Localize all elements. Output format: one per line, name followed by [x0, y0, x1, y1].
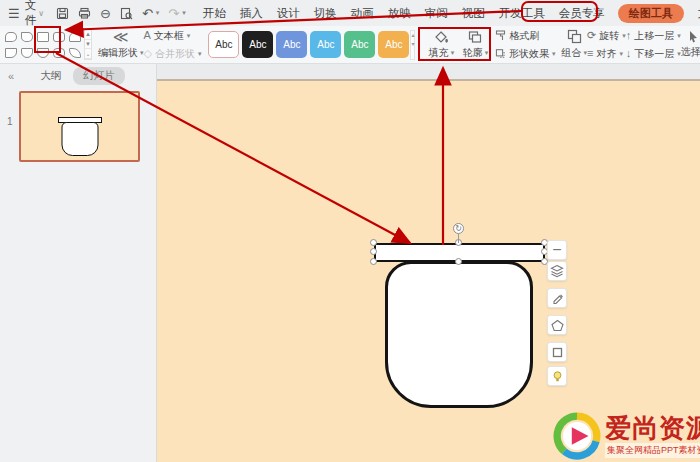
- shape-pentagon[interactable]: [3, 45, 19, 61]
- style-swatch-white[interactable]: Abc: [208, 31, 239, 58]
- tab-transition[interactable]: 切换: [311, 4, 340, 23]
- chevron-down-icon: ▾: [187, 32, 191, 40]
- selection-handle-w[interactable]: [370, 248, 377, 255]
- group-label: 组合: [561, 46, 581, 60]
- tab-design[interactable]: 设计: [274, 4, 303, 23]
- edit-shape-label: 编辑形状: [98, 46, 138, 60]
- watermark-subtitle: 集聚全网精品PPT素材资源的网站: [605, 443, 700, 458]
- undo-dropdown-icon[interactable]: ▾: [156, 9, 160, 17]
- shape-clipped[interactable]: [19, 45, 35, 61]
- format-painter-button[interactable]: 格式刷: [495, 29, 555, 43]
- frame-button[interactable]: [547, 342, 567, 362]
- tab-view[interactable]: 视图: [459, 4, 488, 23]
- align-button[interactable]: ≡ 对齐▾: [587, 47, 626, 61]
- gallery-scroll-up-icon[interactable]: ▲: [85, 30, 91, 40]
- shape-teardrop[interactable]: [3, 29, 19, 45]
- print-icon[interactable]: [78, 7, 91, 20]
- tab-slideshow[interactable]: 放映: [385, 4, 414, 23]
- shape-style-gallery: Abc Abc Abc Abc Abc Abc: [208, 26, 409, 63]
- rotation-handle-stem: [458, 234, 459, 243]
- redo-icon: ↷: [168, 7, 179, 20]
- frame-icon: [551, 346, 564, 359]
- gallery-expand-icon[interactable]: ⌄: [85, 49, 91, 59]
- tab-slides[interactable]: 幻灯片: [73, 67, 125, 85]
- selection-handle-nw[interactable]: [370, 239, 377, 246]
- send-backward-button[interactable]: ↓ 下移一层▾: [626, 47, 681, 61]
- select-button[interactable]: 选择▾: [681, 26, 700, 63]
- selection-handle-s[interactable]: [455, 258, 462, 265]
- outline-button[interactable]: 轮廓▾: [459, 26, 491, 63]
- slide-thumbnail[interactable]: [19, 91, 140, 162]
- undo-icon[interactable]: ↶: [142, 7, 153, 20]
- save-icon[interactable]: [56, 7, 69, 20]
- style-swatch-black[interactable]: Abc: [242, 31, 273, 58]
- hamburger-icon[interactable]: ☰: [8, 6, 20, 21]
- tips-button[interactable]: [547, 366, 567, 386]
- rotate-icon: ⟳: [587, 30, 596, 41]
- slide-number: 1: [7, 116, 13, 127]
- rotation-handle[interactable]: ↻: [453, 223, 464, 234]
- outline-frame-icon: [468, 30, 482, 44]
- paint-bucket-icon: [434, 30, 448, 44]
- rotate-button[interactable]: ⟳ 旋转▾: [587, 29, 626, 43]
- gallery-scroll-down-icon[interactable]: ▼: [85, 40, 91, 50]
- print-preview-icon[interactable]: [120, 7, 133, 20]
- gallery-scrollbar: ▲ ▼ ⌄: [84, 29, 92, 60]
- tab-review[interactable]: 审阅: [422, 4, 451, 23]
- jar-body-shape[interactable]: [385, 261, 533, 408]
- tab-insert[interactable]: 插入: [237, 4, 266, 23]
- selection-handle-sw[interactable]: [370, 258, 377, 265]
- shape-top-rounded[interactable]: [67, 29, 83, 45]
- tab-outline[interactable]: 大纲: [40, 69, 61, 83]
- tab-home[interactable]: 开始: [200, 4, 229, 23]
- bring-forward-label: 上移一层: [634, 29, 674, 43]
- bring-forward-button[interactable]: ↑ 上移一层▾: [626, 29, 681, 43]
- format-painter-icon: [495, 30, 506, 41]
- bring-forward-icon: ↑: [626, 30, 632, 41]
- text-box-label: 文本框: [154, 29, 184, 43]
- pen-icon: [551, 292, 564, 305]
- shape-bottom-rounded[interactable]: [35, 45, 51, 61]
- edit-shape-button[interactable]: ≪ 编辑形状▾: [98, 26, 144, 63]
- circle-minus-icon[interactable]: ⊖: [100, 7, 111, 20]
- style-swatch-blue[interactable]: Abc: [276, 31, 307, 58]
- style-swatch-lightblue[interactable]: Abc: [310, 31, 341, 58]
- shape-round-corner[interactable]: [19, 29, 35, 45]
- pen-annotate-button[interactable]: [547, 288, 567, 308]
- tab-drawing-tools[interactable]: 绘图工具: [618, 4, 684, 23]
- chevron-down-icon: ▾: [485, 49, 489, 57]
- ribbon: ▲ ▼ ⌄ ≪ 编辑形状▾ A 文本框▾ ◇ 合并形状▾ Abc Abc Abc…: [0, 26, 700, 64]
- file-menu[interactable]: 文件: [25, 0, 37, 28]
- chevron-down-icon[interactable]: ∨: [38, 9, 44, 18]
- collapse-toolbar-button[interactable]: −: [547, 240, 567, 260]
- chevron-down-icon: ▾: [619, 50, 623, 58]
- tab-devtools[interactable]: 开发工具: [496, 4, 548, 23]
- fill-button[interactable]: 填充▾: [425, 26, 457, 63]
- shape-gallery: [3, 26, 83, 63]
- shape-rounded-rect[interactable]: [51, 29, 67, 45]
- collapse-panel-icon[interactable]: «: [8, 70, 14, 82]
- shape-effects-button[interactable]: 形状效果▾: [495, 47, 555, 61]
- layers-button[interactable]: [547, 261, 567, 281]
- group-button[interactable]: 组合▾: [561, 26, 587, 63]
- shape-soft-square[interactable]: [51, 45, 67, 61]
- layers-icon: [550, 264, 564, 278]
- shape-effects-label: 形状效果: [509, 47, 549, 61]
- text-box-icon: A: [143, 30, 150, 41]
- style-scrollbar[interactable]: ▴▾: [410, 30, 415, 60]
- chevron-down-icon: ▾: [552, 50, 556, 58]
- style-swatch-green[interactable]: Abc: [344, 31, 375, 58]
- shape-edit-button[interactable]: [547, 315, 567, 335]
- chevron-down-icon: ▾: [451, 49, 455, 57]
- tab-member[interactable]: 会员专享: [556, 4, 608, 23]
- text-box-button[interactable]: A 文本框▾: [143, 29, 201, 43]
- shape-rectangle[interactable]: [35, 29, 51, 45]
- merge-shapes-button: ◇ 合并形状▾: [143, 47, 201, 61]
- align-icon: ≡: [587, 48, 593, 59]
- editing-canvas: ↻ − 爱尚资源网 集聚: [157, 64, 700, 462]
- style-swatch-orange[interactable]: Abc: [378, 31, 409, 58]
- quickbar-more-icon[interactable]: ▾: [182, 9, 186, 17]
- shape-diagonal-rounded[interactable]: [67, 45, 83, 61]
- chevron-down-icon: ▾: [198, 50, 202, 58]
- tab-animation[interactable]: 动画: [348, 4, 377, 23]
